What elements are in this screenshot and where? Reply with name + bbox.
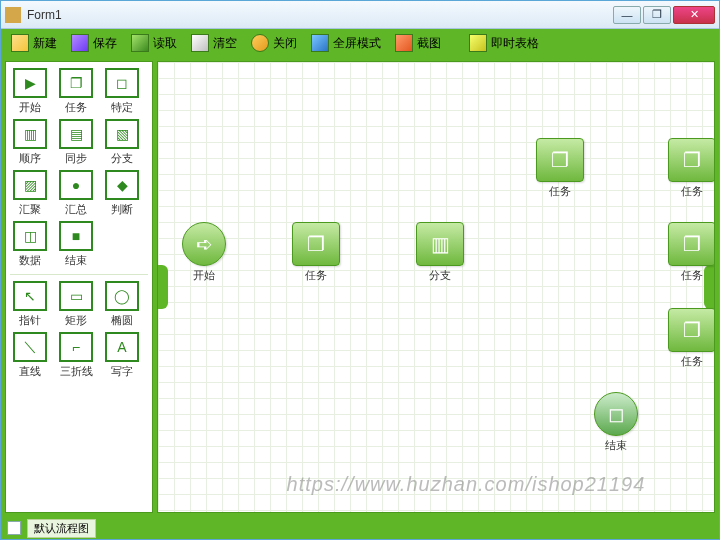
open-button[interactable]: 读取 <box>125 32 183 54</box>
palette-special[interactable]: ◻特定 <box>102 68 142 115</box>
palette-merge[interactable]: ▨汇聚 <box>10 170 50 217</box>
screenshot-icon <box>395 34 413 52</box>
rect-icon: ▭ <box>59 281 93 311</box>
app-icon <box>5 7 21 23</box>
node-label: 结束 <box>605 438 627 453</box>
clear-icon <box>191 34 209 52</box>
palette-label: 分支 <box>111 151 133 166</box>
fullscreen-button[interactable]: 全屏模式 <box>305 32 387 54</box>
palette-label: 顺序 <box>19 151 41 166</box>
palette-sync[interactable]: ▤同步 <box>56 119 96 166</box>
data-icon: ◫ <box>13 221 47 251</box>
toolbar: 新建 保存 读取 清空 关闭 全屏模式 截图 即时表格 <box>1 29 719 57</box>
task-node-icon: ❐ <box>668 138 715 182</box>
palette-task[interactable]: ❐任务 <box>56 68 96 115</box>
fullscreen-icon <box>311 34 329 52</box>
minimize-button[interactable]: — <box>613 6 641 24</box>
node-n_task5[interactable]: ❐任务 <box>668 308 715 369</box>
palette-label: 三折线 <box>60 364 93 379</box>
palette-pointer[interactable]: ↖指针 <box>10 281 50 328</box>
text-icon: A <box>105 332 139 362</box>
node-label: 任务 <box>681 184 703 199</box>
palette-line[interactable]: ＼直线 <box>10 332 50 379</box>
canvas[interactable]: https://www.huzhan.com/ishop21194 ➪开始❐任务… <box>157 61 715 513</box>
palette-label: 同步 <box>65 151 87 166</box>
palette-end[interactable]: ■结束 <box>56 221 96 268</box>
close-file-icon <box>251 34 269 52</box>
statusbar: 默认流程图 <box>1 517 719 539</box>
node-n_task1[interactable]: ❐任务 <box>292 222 340 283</box>
node-label: 开始 <box>193 268 215 283</box>
summary-icon: ● <box>59 170 93 200</box>
palette-decision[interactable]: ◆判断 <box>102 170 142 217</box>
window-title: Form1 <box>27 8 613 22</box>
palette-polyline[interactable]: ⌐三折线 <box>56 332 96 379</box>
start-icon: ▶ <box>13 68 47 98</box>
save-label: 保存 <box>93 35 117 52</box>
palette-rect[interactable]: ▭矩形 <box>56 281 96 328</box>
close-file-button[interactable]: 关闭 <box>245 32 303 54</box>
node-label: 分支 <box>429 268 451 283</box>
pointer-icon: ↖ <box>13 281 47 311</box>
branch-node-icon: ▥ <box>416 222 464 266</box>
palette-label: 开始 <box>19 100 41 115</box>
open-label: 读取 <box>153 35 177 52</box>
task-node-icon: ❐ <box>668 222 715 266</box>
node-label: 任务 <box>305 268 327 283</box>
palette-start[interactable]: ▶开始 <box>10 68 50 115</box>
task-node-icon: ❐ <box>668 308 715 352</box>
ellipse-icon: ◯ <box>105 281 139 311</box>
palette-label: 汇总 <box>65 202 87 217</box>
grid-icon <box>469 34 487 52</box>
palette-label: 直线 <box>19 364 41 379</box>
node-label: 任务 <box>549 184 571 199</box>
clear-label: 清空 <box>213 35 237 52</box>
status-tab[interactable]: 默认流程图 <box>27 519 96 538</box>
palette-summary[interactable]: ●汇总 <box>56 170 96 217</box>
node-n_start[interactable]: ➪开始 <box>182 222 226 283</box>
polyline-icon: ⌐ <box>59 332 93 362</box>
titlebar[interactable]: Form1 — ❐ ✕ <box>1 1 719 29</box>
sync-icon: ▤ <box>59 119 93 149</box>
merge-icon: ▨ <box>13 170 47 200</box>
node-n_branch[interactable]: ▥分支 <box>416 222 464 283</box>
palette: ▶开始❐任务◻特定▥顺序▤同步▧分支▨汇聚●汇总◆判断◫数据■结束 ↖指针▭矩形… <box>5 61 153 513</box>
node-n_task2[interactable]: ❐任务 <box>536 138 584 199</box>
node-label: 任务 <box>681 268 703 283</box>
palette-data[interactable]: ◫数据 <box>10 221 50 268</box>
clear-button[interactable]: 清空 <box>185 32 243 54</box>
grid-button[interactable]: 即时表格 <box>463 32 545 54</box>
palette-label: 数据 <box>19 253 41 268</box>
screenshot-button[interactable]: 截图 <box>389 32 447 54</box>
palette-label: 结束 <box>65 253 87 268</box>
node-n_task4[interactable]: ❐任务 <box>668 222 715 283</box>
screenshot-label: 截图 <box>417 35 441 52</box>
save-button[interactable]: 保存 <box>65 32 123 54</box>
fullscreen-label: 全屏模式 <box>333 35 381 52</box>
end-icon: ■ <box>59 221 93 251</box>
palette-text[interactable]: A写字 <box>102 332 142 379</box>
left-handle[interactable] <box>158 265 168 309</box>
palette-label: 任务 <box>65 100 87 115</box>
palette-sequence[interactable]: ▥顺序 <box>10 119 50 166</box>
maximize-button[interactable]: ❐ <box>643 6 671 24</box>
grid-label: 即时表格 <box>491 35 539 52</box>
palette-label: 汇聚 <box>19 202 41 217</box>
new-button[interactable]: 新建 <box>5 32 63 54</box>
palette-label: 矩形 <box>65 313 87 328</box>
node-label: 任务 <box>681 354 703 369</box>
node-n_end[interactable]: ◻结束 <box>594 392 638 453</box>
close-button[interactable]: ✕ <box>673 6 715 24</box>
sequence-icon: ▥ <box>13 119 47 149</box>
start-node-icon: ➪ <box>182 222 226 266</box>
decision-icon: ◆ <box>105 170 139 200</box>
watermark: https://www.huzhan.com/ishop21194 <box>228 473 704 496</box>
palette-label: 椭圆 <box>111 313 133 328</box>
palette-label: 指针 <box>19 313 41 328</box>
branch-icon: ▧ <box>105 119 139 149</box>
node-n_task3[interactable]: ❐任务 <box>668 138 715 199</box>
palette-ellipse[interactable]: ◯椭圆 <box>102 281 142 328</box>
palette-label: 特定 <box>111 100 133 115</box>
palette-branch[interactable]: ▧分支 <box>102 119 142 166</box>
save-icon <box>71 34 89 52</box>
